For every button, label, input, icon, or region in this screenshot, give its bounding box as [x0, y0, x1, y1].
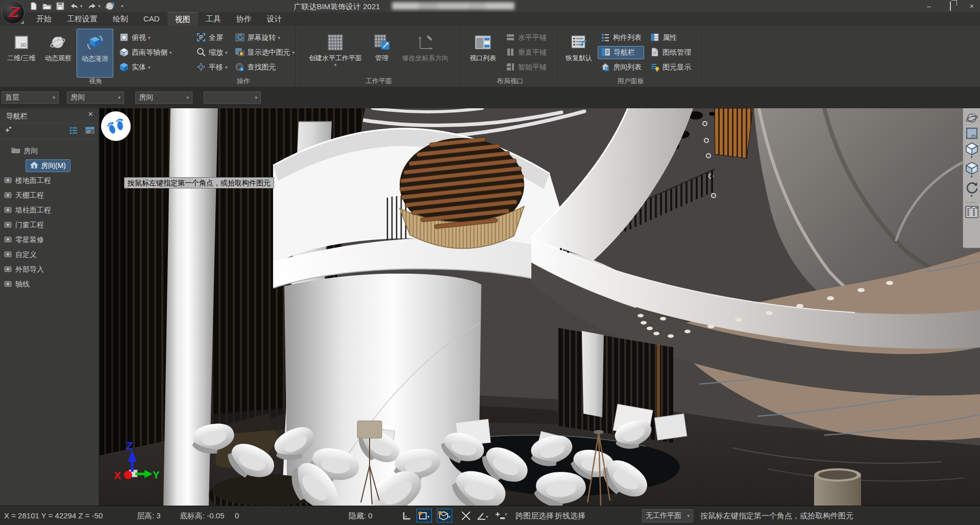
new-file-icon[interactable]	[30, 2, 38, 10]
room-list-button[interactable]: 房间列表	[598, 61, 644, 74]
properties-panel-button[interactable]: 属性	[647, 31, 694, 44]
component-list-button[interactable]: 构件列表	[598, 31, 644, 44]
add-node-icon[interactable]	[4, 126, 12, 136]
component-checklist-tool-icon[interactable]	[965, 205, 979, 219]
group-label-operations: 操作	[191, 77, 296, 86]
name-selector[interactable]: ▾	[204, 91, 261, 104]
walkthrough-button[interactable]: 动态漫游	[77, 29, 113, 78]
tab-collaborate[interactable]: 协作	[229, 12, 259, 26]
tile-smart-button[interactable]: 智能平铺	[503, 61, 549, 74]
tree-item-floor-works[interactable]: 楼地面工程	[0, 173, 99, 188]
planter-cylinder	[814, 468, 861, 506]
tab-tools[interactable]: 工具	[198, 12, 229, 26]
workplane-manage-button[interactable]: 管理	[369, 29, 395, 78]
crosshair-toggle[interactable]	[458, 509, 474, 522]
tile-horizontal-icon	[505, 32, 516, 44]
context-selector-row: 首层▾ 房间▾ 房间▾ ▾	[0, 87, 980, 108]
sw-isometric-button[interactable]: 西南等轴侧▾	[116, 46, 175, 59]
tab-design[interactable]: 设计	[259, 12, 290, 26]
element-display-button[interactable]: 图元显示	[647, 61, 694, 74]
tile-horizontal-button[interactable]: 水平平铺	[503, 31, 549, 44]
close-button[interactable]: ×	[968, 2, 976, 10]
expand-box-icon	[4, 265, 12, 274]
tree-item-ceiling-works[interactable]: 天棚工程	[0, 188, 99, 203]
component-list-icon	[600, 32, 610, 44]
tree-item-custom[interactable]: 自定义	[0, 247, 99, 262]
navigator-panel-button[interactable]: 导航栏	[598, 46, 644, 59]
tile-vertical-button[interactable]: 垂直平铺	[503, 46, 549, 59]
ucs-axis-icon	[415, 31, 435, 54]
snap-3d-toggle[interactable]: ▾	[437, 509, 452, 522]
restore-button[interactable]	[946, 2, 954, 10]
list-view-icon[interactable]	[69, 126, 78, 136]
sync-globe-icon[interactable]	[105, 2, 115, 11]
svg-text:▾: ▾	[505, 512, 507, 517]
pan-button[interactable]: 平移▾	[193, 61, 230, 74]
ribbon-group-workplane: 创建水平工作平面 ▾ 管理 修改坐标系方向 工作平面	[296, 26, 462, 87]
tree-item-room-selected[interactable]: 房间(M)	[0, 158, 99, 173]
floor-selector[interactable]: 首层▾	[2, 91, 59, 104]
tree-item-door-window-works[interactable]: 门窗工程	[0, 218, 99, 232]
expand-box-icon	[4, 250, 12, 259]
top-view-button[interactable]: 俯视▾	[116, 31, 175, 44]
drawing-management-button[interactable]: 图纸管理	[647, 46, 694, 59]
open-file-icon[interactable]	[42, 2, 52, 10]
polyline-select-button[interactable]: 折线选择	[555, 511, 585, 521]
axis-y-label: Y	[153, 469, 160, 481]
status-bar: X = 28101 Y = 42294 Z = -50 层高: 3 底标高: -…	[0, 506, 980, 525]
orbit-button[interactable]: 动态观察	[40, 29, 77, 78]
workplane-selector[interactable]: 无工作平面▾	[642, 509, 693, 522]
redo-icon[interactable]: ▾	[87, 3, 101, 10]
logo-expander-icon[interactable]	[20, 20, 24, 24]
tile-vertical-icon	[505, 47, 516, 59]
type-selector[interactable]: 房间▾	[135, 91, 192, 104]
display-style-tool-icon[interactable]: ▾	[965, 161, 978, 179]
navigator-close-icon[interactable]: ✕	[88, 110, 93, 118]
fullscreen-button[interactable]: 全屏	[193, 31, 230, 44]
screen-rotate-button[interactable]: 屏幕旋转▾	[232, 31, 298, 44]
expand-box-icon	[4, 191, 12, 200]
3d-viewport[interactable]: Z Y X	[100, 108, 980, 506]
zoom-button[interactable]: 缩放▾	[193, 46, 230, 59]
category-selector[interactable]: 房间▾	[67, 91, 124, 104]
save-icon[interactable]	[56, 2, 64, 10]
detail-view-icon[interactable]	[85, 126, 94, 136]
tree-item-misc-decoration[interactable]: 零星装修	[0, 232, 99, 247]
view-cube-tool-icon[interactable]: ▾	[965, 142, 978, 159]
screen-rotate-icon	[235, 32, 245, 44]
orbit-tool-icon[interactable]	[965, 111, 978, 125]
create-horizontal-workplane-button[interactable]: 创建水平工作平面 ▾	[302, 29, 369, 78]
expand-box-icon	[4, 235, 12, 244]
find-elements-button[interactable]: 查找图元	[232, 61, 298, 74]
angle-snap-toggle[interactable]: ▾	[475, 509, 490, 522]
group-label-view-angle: 视角	[0, 77, 191, 86]
tree-item-wall-column-works[interactable]: 墙柱面工程	[0, 203, 99, 218]
solid-style-button[interactable]: 实体▾	[116, 61, 175, 74]
tab-start[interactable]: 开始	[29, 12, 59, 26]
ortho-toggle[interactable]	[399, 509, 414, 522]
snap-2d-toggle[interactable]: ▾	[416, 509, 432, 522]
reference-line-toggle[interactable]: ▾	[493, 509, 508, 522]
minimize-button[interactable]: –	[925, 2, 933, 10]
svg-text:▾: ▾	[427, 514, 430, 519]
cross-layer-select-button[interactable]: 跨图层选择	[516, 511, 554, 521]
tab-draw[interactable]: 绘制	[105, 12, 136, 26]
tree-item-room-group[interactable]: 房间	[0, 144, 99, 158]
show-selected-elements-button[interactable]: 显示选中图元▾	[232, 46, 298, 59]
tree-item-external-import[interactable]: 外部导入	[0, 262, 99, 277]
undo-icon[interactable]: ▾	[69, 3, 83, 10]
house-icon	[30, 161, 38, 170]
rotate-view-tool-icon[interactable]: ▾	[965, 181, 978, 198]
modify-ucs-button[interactable]: 修改坐标系方向	[395, 29, 455, 78]
floor-height-field: 层高: 3	[137, 511, 161, 521]
tab-view[interactable]: 视图	[167, 12, 198, 26]
more-commands-icon[interactable]: ▾	[120, 4, 124, 9]
2d-view-tool-icon[interactable]: 2D	[965, 127, 978, 140]
restore-default-button[interactable]: 恢复默认	[562, 29, 596, 78]
toggle-2d-3d-button[interactable]: 2D 二维/三维	[3, 29, 40, 78]
tab-project-settings[interactable]: 工程设置	[59, 12, 105, 26]
viewport-list-button[interactable]: 视口列表	[466, 29, 500, 78]
tab-cad[interactable]: CAD	[136, 12, 167, 26]
magnifier-icon	[196, 47, 206, 59]
tree-item-axis-lines[interactable]: 轴线	[0, 277, 99, 292]
